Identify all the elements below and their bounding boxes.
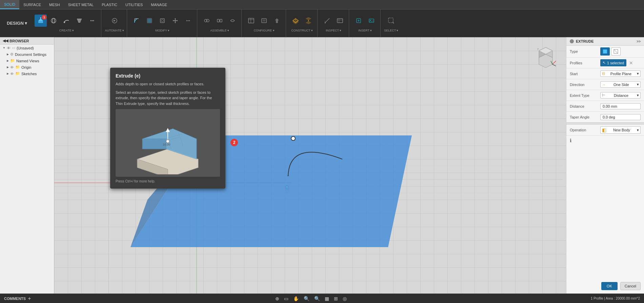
start-plane-icon: ⊟ bbox=[602, 71, 605, 76]
operation-row: Operation ◧ New Body ▾ bbox=[566, 125, 644, 136]
operation-select[interactable]: ◧ New Body ▾ bbox=[600, 126, 641, 134]
operation-label: Operation bbox=[570, 128, 600, 132]
svg-rect-6 bbox=[64, 22, 65, 23]
namedviews-expand-icon: ▶ bbox=[7, 59, 9, 62]
viewcube[interactable]: 7 bbox=[532, 41, 559, 68]
insert-btn2[interactable] bbox=[365, 15, 378, 27]
assemble-icons-row bbox=[201, 15, 239, 27]
taper-angle-label: Taper Angle bbox=[570, 115, 600, 119]
insert-btn1[interactable] bbox=[353, 15, 365, 27]
namedviews-folder-icon: 📁 bbox=[10, 59, 15, 63]
joint-icon bbox=[203, 17, 210, 24]
origin-folder-icon: 📁 bbox=[15, 65, 20, 69]
loft-button[interactable] bbox=[73, 15, 85, 27]
create-more-button[interactable] bbox=[86, 15, 98, 27]
tab-solid[interactable]: SOLID bbox=[0, 0, 19, 9]
toolbar-group-assemble: ASSEMBLE ▾ bbox=[198, 9, 242, 37]
tooltip-desc2: Select an extrusion type, select sketch … bbox=[116, 90, 220, 107]
profiles-clear-button[interactable]: ✕ bbox=[628, 60, 635, 66]
configure-btn2[interactable] bbox=[258, 15, 270, 27]
navigation-icon-2[interactable]: ▭ bbox=[283, 296, 289, 301]
inspect-more-btn[interactable] bbox=[334, 15, 346, 27]
zoom-icon[interactable]: 🔍 bbox=[303, 296, 310, 301]
svg-line-91 bbox=[614, 49, 618, 53]
fillet-button[interactable] bbox=[130, 15, 143, 27]
modify-more-button[interactable] bbox=[182, 15, 194, 27]
profiles-select[interactable]: ↖ 1 selected bbox=[600, 59, 626, 66]
select-btn[interactable] bbox=[385, 15, 397, 27]
configure-btn1[interactable] bbox=[245, 15, 257, 27]
tab-manage[interactable]: MANAGE bbox=[147, 0, 171, 9]
tab-mesh[interactable]: MESH bbox=[45, 0, 64, 9]
extrude-illustration-svg: 10.00 bbox=[124, 112, 212, 174]
tab-utilities[interactable]: UTILITIES bbox=[121, 0, 147, 9]
circle-handle[interactable] bbox=[291, 136, 296, 141]
navigation-icon-1[interactable]: ⊕ bbox=[274, 296, 280, 301]
svg-point-12 bbox=[93, 20, 94, 21]
insert-icons-row bbox=[353, 15, 378, 27]
tab-plastic[interactable]: PLASTIC bbox=[98, 0, 121, 9]
distance-input[interactable] bbox=[600, 103, 641, 109]
assemble-btn2[interactable] bbox=[214, 15, 226, 27]
offset-plane-btn[interactable] bbox=[289, 15, 302, 27]
direction-icon: → bbox=[602, 83, 606, 87]
browser-item-sketches[interactable]: ▶ 👁 📁 Sketches bbox=[0, 70, 54, 77]
browser-item-docsettings[interactable]: ▶ ⚙ Document Settings bbox=[0, 51, 54, 58]
create-label: CREATE ▾ bbox=[59, 29, 74, 32]
ok-button[interactable]: OK bbox=[601, 282, 618, 290]
move-button[interactable] bbox=[169, 15, 181, 27]
svg-point-4 bbox=[51, 18, 56, 23]
midplane-btn[interactable] bbox=[302, 15, 315, 27]
sweep-button[interactable] bbox=[60, 15, 73, 27]
type-surface-button[interactable] bbox=[611, 47, 621, 56]
configure-btn3[interactable] bbox=[271, 15, 283, 27]
tab-sheetmetal[interactable]: SHEET METAL bbox=[64, 0, 98, 9]
profiles-value: ↖ 1 selected ✕ bbox=[600, 59, 641, 66]
rigid-group-icon bbox=[216, 17, 223, 24]
type-solid-button[interactable] bbox=[600, 47, 610, 56]
browser-title: BROWSER bbox=[9, 39, 29, 43]
browser-item-origin[interactable]: ▶ 👁 📁 Origin bbox=[0, 64, 54, 70]
sketches-eye-icon: 👁 bbox=[10, 72, 14, 76]
toolbar-group-modify: MODIFY ▾ bbox=[128, 9, 197, 37]
assemble-btn3[interactable] bbox=[226, 15, 239, 27]
browser-item-unsaved[interactable]: ▼ 👁 ▭ (Unsaved) bbox=[0, 45, 54, 51]
taper-angle-value bbox=[600, 114, 641, 120]
pan-icon[interactable]: ✋ bbox=[292, 296, 300, 301]
doc-icon: ▭ bbox=[12, 46, 15, 50]
svg-marker-19 bbox=[173, 20, 174, 21]
revolve-button[interactable] bbox=[47, 15, 60, 27]
insert-label: INSERT ▾ bbox=[358, 29, 372, 32]
add-comment-button[interactable]: + bbox=[28, 296, 31, 302]
orbit-icon[interactable]: ◎ bbox=[342, 296, 348, 301]
tab-surface[interactable]: SURFACE bbox=[19, 0, 45, 9]
extrude-button[interactable]: 1 bbox=[35, 15, 47, 27]
grid-icon[interactable]: ⊞ bbox=[333, 296, 339, 301]
loft-icon bbox=[76, 17, 83, 24]
display-mode-icon[interactable]: ▦ bbox=[324, 296, 330, 301]
svg-point-10 bbox=[90, 20, 92, 21]
start-select[interactable]: ⊟ Profile Plane ▾ bbox=[600, 70, 641, 77]
bottom-bar: COMMENTS + ⊕ ▭ ✋ 🔍 🔍 ▦ ⊞ ◎ 1 Profile | A… bbox=[0, 294, 644, 303]
cancel-button[interactable]: Cancel bbox=[620, 282, 641, 290]
design-dropdown[interactable]: DESIGN ▾ bbox=[3, 21, 31, 26]
start-row: Start ⊟ Profile Plane ▾ bbox=[566, 68, 644, 79]
chamfer-button[interactable] bbox=[143, 15, 156, 27]
automate-btn[interactable] bbox=[108, 15, 121, 27]
zoom-fit-icon[interactable]: 🔍 bbox=[313, 296, 321, 301]
assemble-btn1[interactable] bbox=[201, 15, 213, 27]
select-icons-row bbox=[385, 15, 397, 27]
extent-type-select[interactable]: ⊢ Distance ▾ bbox=[600, 92, 641, 99]
shell-button[interactable] bbox=[156, 15, 168, 27]
direction-select[interactable]: → One Side ▾ bbox=[600, 81, 641, 88]
measure-btn[interactable] bbox=[321, 15, 333, 27]
browser-header[interactable]: ◀◀ BROWSER bbox=[0, 37, 54, 45]
taper-angle-input[interactable] bbox=[600, 114, 641, 120]
svg-point-5 bbox=[53, 18, 55, 23]
info-icon[interactable]: ℹ bbox=[570, 138, 571, 143]
panel-collapse-button[interactable]: >> bbox=[637, 40, 641, 43]
tooltip-panel: Extrude (e) Adds depth to open or closed… bbox=[110, 68, 225, 189]
shell-icon bbox=[159, 17, 166, 24]
browser-item-namedviews[interactable]: ▶ 📁 Named Views bbox=[0, 58, 54, 64]
viewport[interactable]: 2 ↑ 7 Ext bbox=[54, 37, 566, 294]
